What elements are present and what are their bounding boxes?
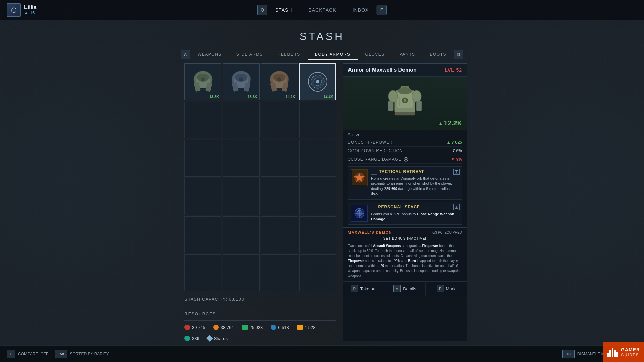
item-slot-10[interactable] — [223, 140, 260, 177]
item-slot-19[interactable] — [261, 216, 298, 253]
nav-tab-inbox[interactable]: INBOX — [344, 5, 377, 15]
resources-grid: 39 745 38 764 25 023 6 518 — [184, 325, 336, 341]
bottom-bar: C COMPARE: OFF TAB SORTED BY RARITY DEL … — [0, 345, 644, 362]
item-slot-13[interactable] — [184, 178, 221, 215]
svg-point-35 — [404, 99, 406, 102]
item-slot-2[interactable]: 13.8K — [223, 63, 260, 100]
armor-icon-1 — [190, 68, 216, 95]
item-slot-18[interactable] — [223, 216, 260, 253]
resource-green: 25 023 — [242, 325, 263, 330]
cat-key-right[interactable]: D — [454, 50, 463, 59]
nav-tabs: STASH BACKPACK INBOX — [267, 5, 377, 15]
set-inactive-label: SET BONUS INACTIVE! — [348, 236, 462, 241]
item-slot-24[interactable] — [299, 254, 336, 291]
perk-name-1: TACTICAL RETREAT — [379, 169, 424, 174]
player-info: ⬡ Lillia ▲ 15 — [7, 3, 36, 17]
set-desc: Each successful Assault Weapons shot gra… — [348, 243, 462, 279]
cat-tab-helmets[interactable]: HELMETS — [270, 49, 308, 60]
details-key: V — [393, 285, 401, 292]
resource-icon-yellow — [297, 325, 303, 330]
item-slot-7[interactable] — [261, 102, 298, 138]
perk-name-2: PERSONAL SPACE — [378, 205, 420, 209]
item-slot-21[interactable] — [184, 254, 221, 291]
item-slot-11[interactable] — [261, 140, 298, 177]
stat-row-closerange: CLOSE RANGE DAMAGE ▼ 9% — [348, 155, 462, 164]
item-slot-1[interactable]: 13.8K — [184, 63, 221, 100]
resource-icon-green — [242, 325, 248, 330]
resource-value-green: 25 023 — [250, 325, 263, 330]
resource-icon-blue — [271, 325, 276, 330]
resource-value-red: 39 745 — [192, 325, 205, 330]
perk-expand-2[interactable]: ⊞ — [453, 204, 460, 210]
melee-icon — [404, 157, 408, 162]
item-slot-9[interactable] — [184, 140, 221, 177]
cat-tab-bodyarmors[interactable]: BODY ARMORS — [308, 49, 358, 60]
item-detail-panel: Armor of Maxwell's Demon LVL 52 — [343, 63, 467, 341]
item-slot-12[interactable] — [299, 140, 336, 177]
stats-section: BONUS FIREPOWER ▲ 7 625 COOLDOWN REDUCTI… — [343, 138, 467, 164]
stat-row-firepower: BONUS FIREPOWER ▲ 7 625 — [348, 138, 462, 147]
svg-marker-37 — [405, 158, 407, 161]
cat-tab-weapons[interactable]: WEAPONS — [190, 49, 229, 60]
compare-key: C — [7, 350, 15, 358]
gg-bar-1 — [607, 353, 609, 357]
armor-icon-2 — [228, 68, 255, 95]
item-slot-22[interactable] — [223, 254, 260, 291]
nav-key-right[interactable]: E — [377, 5, 387, 15]
item-slot-16[interactable] — [299, 178, 336, 215]
item-slot-20[interactable] — [299, 216, 336, 253]
cat-tab-gloves[interactable]: GLOVES — [358, 49, 392, 60]
cat-key-left[interactable]: A — [181, 50, 190, 59]
item-slot-23[interactable] — [261, 254, 298, 291]
perk-box-1: III TACTICAL RETREAT Rolling creates an … — [348, 166, 462, 200]
details-button[interactable]: V Details — [384, 282, 426, 296]
gg-subtitle: GUIDES — [621, 353, 640, 357]
item-grid-area: 13.8K 13.8K — [184, 63, 336, 341]
cat-tab-sidearms[interactable]: SIDE ARMS — [229, 49, 270, 60]
resource-shards: Shards — [207, 336, 228, 341]
top-nav: Q STASH BACKPACK INBOX E — [257, 5, 387, 15]
item-slot-14[interactable] — [223, 178, 260, 215]
item-slot-15[interactable] — [261, 178, 298, 215]
player-name: Lillia — [24, 4, 36, 10]
cat-tab-boots[interactable]: BOOTS — [423, 49, 454, 60]
item-slot-17[interactable] — [184, 216, 221, 253]
stat-row-cooldown: COOLDOWN REDUCTION 7.6% — [348, 147, 462, 155]
action-buttons: R Take out V Details P Mark — [343, 281, 467, 296]
resource-cyan: 386 — [184, 336, 199, 341]
item-slot-8[interactable] — [299, 102, 336, 138]
compare-action[interactable]: C COMPARE: OFF — [7, 350, 48, 358]
nav-tab-backpack[interactable]: BACKPACK — [300, 5, 344, 15]
take-out-button[interactable]: R Take out — [343, 282, 384, 296]
armor-icon-4 — [304, 68, 331, 95]
perk-content-2: II PERSONAL SPACE Grants you a 12% bonus… — [371, 205, 459, 222]
top-bar: ⬡ Lillia ▲ 15 Q STASH BACKPACK INBOX E — [0, 0, 644, 20]
item-slot-3[interactable]: 14.1K — [261, 63, 298, 100]
perk-image-2 — [351, 205, 368, 222]
sort-label: SORTED BY RARITY — [70, 352, 109, 356]
player-level: ▲ 15 — [24, 10, 36, 15]
details-label: Details — [403, 286, 416, 291]
level-icon: ▲ — [24, 10, 29, 15]
svg-rect-30 — [416, 101, 422, 111]
set-name: MAXWELL'S DEMON — [348, 230, 392, 234]
item-grid: 13.8K 13.8K — [184, 63, 336, 291]
item-slot-5[interactable] — [184, 102, 221, 138]
resource-value-orange: 38 764 — [221, 325, 234, 330]
item-slot-4[interactable]: 12.2K — [299, 63, 336, 100]
item-slot-6[interactable] — [223, 102, 260, 138]
perk-expand-1[interactable]: ⊞ — [453, 169, 460, 175]
nav-key-left[interactable]: Q — [257, 5, 267, 15]
stat-name-cooldown: COOLDOWN REDUCTION — [348, 148, 403, 153]
set-bonus-header: MAXWELL'S DEMON 0/3 PC. EQUIPPED — [348, 230, 462, 234]
sort-action[interactable]: TAB SORTED BY RARITY — [55, 350, 109, 358]
stat-value-firepower: ▲ 7 625 — [447, 140, 462, 145]
mark-button[interactable]: P Mark — [426, 282, 467, 296]
cat-tab-pants[interactable]: PANTS — [392, 49, 423, 60]
item-score-4: 12.2K — [324, 94, 333, 98]
armor-icon-3 — [266, 68, 293, 95]
resource-icon-cyan — [184, 336, 190, 341]
detail-power: 12.2K — [439, 119, 462, 127]
svg-point-28 — [398, 87, 412, 94]
nav-tab-stash[interactable]: STASH — [267, 5, 301, 15]
